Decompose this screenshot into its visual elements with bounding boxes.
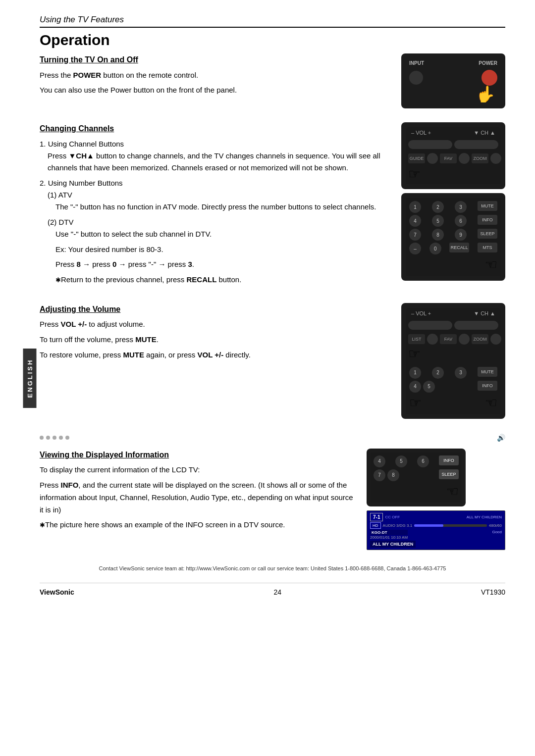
dots-speaker-row: 🔊 <box>40 433 505 443</box>
turning-on-off-row: Turning the TV On and Off Press the POWE… <box>40 53 505 108</box>
zoom-button-2[interactable]: ZOOM <box>472 334 488 344</box>
adjusting-volume-text: Adjusting the Volume Press VOL +/- to ad… <box>40 303 391 419</box>
dot-1 <box>40 436 44 440</box>
btn-minus[interactable]: – <box>409 243 421 254</box>
btn-0[interactable]: 0 <box>429 243 441 254</box>
item2: 2. Using Number Buttons <box>40 177 391 189</box>
input-button[interactable] <box>409 71 423 85</box>
info-btn-7[interactable]: 7 <box>374 469 385 481</box>
btn-recall[interactable]: RECALL <box>449 243 469 252</box>
remote-channel-upper: – VOL + ▼ CH ▲ GUIDE FAV <box>401 122 505 189</box>
section-viewing-info: Viewing the Displayed Information To dis… <box>40 449 505 550</box>
dtv-label: (2) DTV <box>48 216 391 228</box>
vol-ch-bar: – VOL + ▼ CH ▲ <box>406 127 500 138</box>
info-btn-4[interactable]: 4 <box>374 455 385 467</box>
info-btn-6[interactable]: 6 <box>417 455 429 467</box>
main-title: Operation <box>40 32 505 49</box>
info-btn-5[interactable]: 5 <box>395 455 407 467</box>
power-button[interactable] <box>482 70 497 86</box>
btn-1[interactable]: 1 <box>409 201 421 213</box>
heading-viewing-info: Viewing the Displayed Information <box>40 449 357 461</box>
btn-4[interactable]: 4 <box>409 215 421 227</box>
tv-progress-fill <box>414 524 443 527</box>
numpad-row2: 4 5 6 INFO <box>409 215 497 227</box>
btn-9[interactable]: 9 <box>455 229 467 241</box>
heading-adjusting-volume: Adjusting the Volume <box>40 303 391 316</box>
footnote-text: Contact ViewSonic service team at: http:… <box>40 564 505 573</box>
vol-btn-1[interactable]: 1 <box>409 367 421 379</box>
remote-top-labels: INPUT POWER <box>406 58 500 68</box>
channel-hand-icon: ☞ <box>408 166 421 182</box>
vol-btn-5[interactable]: 5 <box>423 381 435 393</box>
remote-volume-illus: – VOL + ▼ CH ▲ LIST FAV <box>401 303 505 419</box>
section-header-text: Using the TV Features <box>40 15 124 24</box>
heading-changing-channels: Changing Channels <box>40 122 391 135</box>
vol-label: – VOL + <box>411 130 431 136</box>
turning-on-off-text: Turning the TV On and Off Press the POWE… <box>40 53 391 108</box>
info-sleep-illus: 4 5 6 INFO 7 8 SLEEP ☞ <box>367 449 466 506</box>
turning-on-off-para1: Press the POWER button on the remote con… <box>40 69 391 82</box>
list-circle <box>427 334 438 345</box>
numpad-hand: ☞ <box>409 256 497 273</box>
btn-5[interactable]: 5 <box>432 215 444 227</box>
ch-btn-2[interactable] <box>454 321 498 330</box>
btn-7[interactable]: 7 <box>409 229 421 241</box>
dots-row <box>40 436 69 440</box>
zoom-circle-2 <box>490 334 501 345</box>
changing-channels-row: Changing Channels 1. Using Channel Butto… <box>40 122 505 289</box>
zoom-circle <box>490 153 501 164</box>
section-header: Using the TV Features <box>40 15 505 28</box>
vol-mute-btn[interactable]: MUTE <box>478 367 497 377</box>
info-btn-8[interactable]: 8 <box>387 469 399 481</box>
ch-button[interactable] <box>454 140 498 149</box>
item2-content: (1) ATV The "-" button has no function i… <box>40 189 391 286</box>
btn-mute[interactable]: MUTE <box>478 201 497 211</box>
btn-3[interactable]: 3 <box>455 201 467 213</box>
ch-label: ▼ CH ▲ <box>474 130 495 136</box>
vol-hand1: ☞ <box>408 346 498 362</box>
info-numpad-row2: 7 8 SLEEP <box>374 469 459 481</box>
guide-circle <box>427 153 438 164</box>
footer-model: VT1930 <box>481 588 505 596</box>
speaker-icon: 🔊 <box>497 434 505 442</box>
numpad-row3: 7 8 9 SLEEP <box>409 229 497 241</box>
info-hand: ☞ <box>374 483 459 500</box>
vol-btn-4[interactable]: 4 <box>409 381 421 393</box>
power-button-wrap <box>482 70 497 86</box>
tv-progress-bar <box>414 524 487 527</box>
vol-ch-buttons-row <box>406 138 500 151</box>
btn-sleep[interactable]: SLEEP <box>478 229 497 239</box>
tv-channel-number: 7-1 <box>370 513 383 521</box>
vol-btn-2[interactable] <box>408 321 452 330</box>
vol-numpad: 1 2 3 MUTE 4 5 INFO ☞ <box>406 364 500 414</box>
vol-info-btn[interactable]: INFO <box>478 381 497 391</box>
list-fav-zoom-row: LIST FAV ZOOM <box>408 334 498 345</box>
viewing-info-text: Viewing the Displayed Information To dis… <box>40 449 357 550</box>
tv-station: KGO-DT 2000/01/01 10:10 AM <box>370 530 408 540</box>
viewing-info-row: Viewing the Displayed Information To dis… <box>40 449 505 550</box>
fav-button[interactable]: FAV <box>440 153 457 163</box>
tv-progress-time: Good <box>492 530 502 540</box>
fav-button-2[interactable]: FAV <box>440 334 457 344</box>
vol-hand1-icon: ☞ <box>408 346 421 361</box>
list-button[interactable]: LIST <box>408 334 425 344</box>
vol-numpad-row1: 1 2 3 MUTE <box>409 367 497 379</box>
vol-btn-2b[interactable]: 2 <box>432 367 444 379</box>
list-fav-zoom-section: LIST FAV ZOOM ☞ <box>406 332 500 364</box>
guide-button[interactable]: GUIDE <box>408 153 425 163</box>
info-info-btn[interactable]: INFO <box>439 455 459 465</box>
btn-8[interactable]: 8 <box>432 229 444 241</box>
btn-6[interactable]: 6 <box>455 215 467 227</box>
btn-2[interactable]: 2 <box>432 201 444 213</box>
power-label: POWER <box>479 60 497 66</box>
vol-ch-btns-2 <box>406 319 500 332</box>
page-container: Using the TV Features Operation Turning … <box>0 0 535 756</box>
vol-button[interactable] <box>408 140 452 149</box>
btn-info[interactable]: INFO <box>478 215 497 225</box>
btn-mts[interactable]: MTS <box>478 243 497 252</box>
footer-page-number: 24 <box>274 588 282 596</box>
info-sleep-btn[interactable]: SLEEP <box>439 469 459 479</box>
info-numpad-row1: 4 5 6 INFO <box>374 455 459 467</box>
vol-btn-3[interactable]: 3 <box>455 367 467 379</box>
zoom-button[interactable]: ZOOM <box>472 153 488 163</box>
